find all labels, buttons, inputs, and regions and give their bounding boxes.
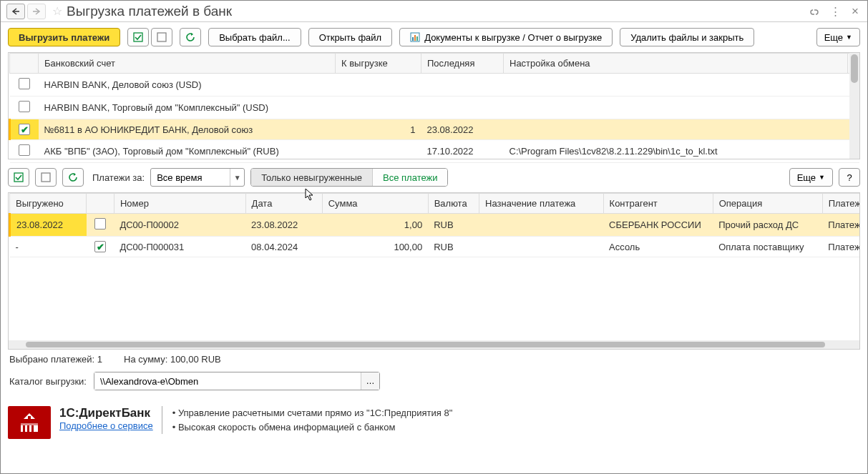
svg-rect-8 bbox=[14, 173, 23, 182]
row-checkbox[interactable] bbox=[94, 241, 106, 252]
cell-last: 17.10.2022 bbox=[421, 140, 504, 163]
uncheck-all-button[interactable] bbox=[151, 28, 172, 46]
col-last[interactable]: Последняя bbox=[421, 54, 504, 74]
table-row[interactable]: HARBIN BANK, Торговый дом "Комплексный" … bbox=[10, 97, 859, 119]
col-to-export[interactable]: К выгрузке bbox=[336, 54, 421, 74]
sum-label: На сумму: 100,00 RUB bbox=[124, 354, 221, 365]
cell-currency: RUB bbox=[428, 214, 479, 237]
export-payments-button[interactable]: Выгрузить платежи bbox=[8, 28, 120, 46]
col-account[interactable]: Банковский счет bbox=[39, 54, 336, 74]
cell-last: 23.08.2022 bbox=[421, 119, 504, 140]
open-file-button[interactable]: Открыть файл bbox=[308, 28, 392, 46]
select-file-button[interactable]: Выбрать файл... bbox=[208, 28, 301, 46]
selected-count-label: Выбрано платежей: 1 bbox=[9, 354, 102, 365]
uncheck-all-payments-button[interactable] bbox=[35, 168, 57, 187]
uncheck-all-icon bbox=[157, 32, 167, 42]
col-sum[interactable]: Сумма bbox=[322, 194, 428, 214]
chevron-down-icon[interactable]: ▼ bbox=[230, 169, 244, 186]
svg-rect-11 bbox=[21, 423, 38, 425]
cell-last bbox=[421, 74, 504, 97]
directbank-logo bbox=[8, 406, 51, 439]
col-purpose[interactable]: Назначение платежа bbox=[479, 194, 603, 214]
refresh-icon bbox=[185, 32, 195, 42]
check-all-icon bbox=[133, 32, 143, 42]
cell-to-export bbox=[336, 97, 421, 119]
cell-settings bbox=[504, 97, 848, 119]
more-button-1[interactable]: Еще▼ bbox=[816, 28, 860, 46]
cell-operation: Прочий расход ДС bbox=[713, 214, 822, 237]
help-button[interactable]: ? bbox=[839, 168, 860, 187]
col-number[interactable]: Номер bbox=[114, 194, 245, 214]
page-title: Выгрузка платежей в банк bbox=[67, 4, 232, 19]
table-row[interactable]: №6811 в АО ЮНИКРЕДИТ БАНК, Деловой союз1… bbox=[10, 119, 859, 140]
scrollbar-horizontal[interactable] bbox=[9, 340, 859, 349]
cell-settings bbox=[504, 119, 848, 140]
more-button-2[interactable]: Еще▼ bbox=[789, 168, 833, 187]
row-checkbox[interactable] bbox=[19, 78, 30, 89]
row-checkbox[interactable] bbox=[94, 218, 106, 229]
arrow-right-icon bbox=[32, 8, 41, 15]
scrollbar-vertical[interactable] bbox=[849, 53, 859, 159]
col-chk[interactable] bbox=[87, 194, 114, 214]
payments-table: Выгружено Номер Дата Сумма Валюта Назнач… bbox=[9, 193, 860, 257]
check-all-payments-button[interactable] bbox=[8, 168, 29, 187]
row-checkbox[interactable] bbox=[19, 124, 30, 135]
refresh-icon bbox=[68, 172, 78, 182]
promo-link[interactable]: Подробнее о сервисе bbox=[59, 420, 153, 431]
link-icon[interactable] bbox=[809, 5, 821, 18]
row-checkbox[interactable] bbox=[19, 101, 30, 112]
cell-doc: Платежное bbox=[822, 237, 860, 257]
forward-button[interactable] bbox=[27, 4, 46, 19]
col-settings[interactable]: Настройка обмена bbox=[504, 54, 848, 74]
cell-operation: Оплата поставщику bbox=[713, 237, 822, 257]
arrow-left-icon bbox=[11, 8, 20, 15]
refresh-payments-button[interactable] bbox=[62, 168, 84, 187]
cell-account: АКБ "ВПБ" (ЗАО), Торговый дом "Комплексн… bbox=[39, 140, 336, 163]
col-counterparty[interactable]: Контрагент bbox=[603, 194, 713, 214]
period-value[interactable] bbox=[151, 169, 230, 186]
filter-toggle: Только невыгруженные Все платежи bbox=[250, 168, 448, 187]
cell-currency: RUB bbox=[428, 237, 479, 257]
favorite-star-icon[interactable]: ☆ bbox=[52, 4, 62, 18]
directory-label: Каталог выгрузки: bbox=[9, 376, 87, 387]
period-combo[interactable]: ▼ bbox=[150, 168, 245, 187]
directory-input[interactable] bbox=[94, 372, 361, 390]
delete-close-button[interactable]: Удалить файлы и закрыть bbox=[620, 28, 754, 46]
table-row[interactable]: АКБ "ВПБ" (ЗАО), Торговый дом "Комплексн… bbox=[10, 140, 859, 163]
row-checkbox[interactable] bbox=[19, 144, 30, 156]
cell-counterparty: Ассоль bbox=[603, 237, 713, 257]
docs-report-label: Документы к выгрузке / Отчет о выгрузке bbox=[424, 32, 602, 43]
svg-rect-6 bbox=[414, 35, 416, 41]
only-not-exported-button[interactable]: Только невыгруженные bbox=[251, 169, 372, 186]
accounts-table: Банковский счет К выгрузке Последняя Нас… bbox=[9, 53, 859, 163]
close-icon[interactable]: × bbox=[849, 5, 862, 18]
table-header-row: Банковский счет К выгрузке Последняя Нас… bbox=[10, 54, 859, 74]
directory-browse-button[interactable]: … bbox=[361, 372, 379, 390]
cell-to-export: 1 bbox=[336, 119, 421, 140]
table-header-row: Выгружено Номер Дата Сумма Валюта Назнач… bbox=[10, 194, 861, 214]
menu-dots-icon[interactable]: ⋮ bbox=[829, 5, 842, 18]
cell-date: 08.04.2024 bbox=[245, 237, 322, 257]
col-doc[interactable]: Платежный bbox=[822, 194, 860, 214]
svg-rect-2 bbox=[134, 33, 142, 41]
col-currency[interactable]: Валюта bbox=[428, 194, 479, 214]
table-row[interactable]: 23.08.2022ДС00-П0000223.08.20221,00RUBСБ… bbox=[10, 214, 861, 237]
col-date[interactable]: Дата bbox=[245, 194, 322, 214]
col-operation[interactable]: Операция bbox=[713, 194, 822, 214]
svg-rect-3 bbox=[157, 33, 166, 41]
table-row[interactable]: HARBIN BANK, Деловой союз (USD) bbox=[10, 74, 859, 97]
cell-to-export bbox=[336, 140, 421, 163]
refresh-button[interactable] bbox=[180, 28, 201, 46]
back-button[interactable] bbox=[6, 4, 25, 19]
docs-report-button[interactable]: Документы к выгрузке / Отчет о выгрузке bbox=[399, 28, 613, 46]
col-exported[interactable]: Выгружено bbox=[10, 194, 87, 214]
check-all-button[interactable] bbox=[127, 28, 149, 46]
cell-sum: 100,00 bbox=[322, 237, 428, 257]
table-row[interactable]: -ДС00-П00003108.04.2024100,00RUBАссольОп… bbox=[10, 237, 861, 257]
all-payments-button[interactable]: Все платежи bbox=[372, 169, 447, 186]
cell-to-export bbox=[336, 74, 421, 97]
chevron-down-icon: ▼ bbox=[846, 34, 852, 41]
cell-settings: C:\Program Files\1cv82\8.2.11.229\bin\1c… bbox=[504, 140, 848, 163]
cell-exported: - bbox=[10, 237, 87, 257]
chevron-down-icon: ▼ bbox=[819, 174, 825, 181]
